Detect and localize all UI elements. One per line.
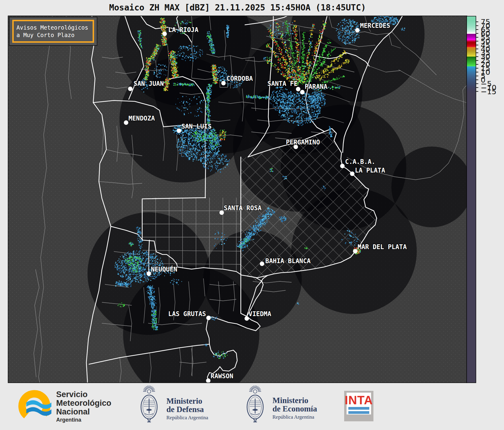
ministry-line: Ministerio xyxy=(272,396,317,405)
ministry-line: de Defensa xyxy=(166,405,208,414)
colorbar: 757065605550454035302520151050−5−10−15 xyxy=(467,16,497,383)
city-dot xyxy=(300,90,305,94)
city-dot xyxy=(353,249,358,254)
radar-coverage-circle xyxy=(123,266,259,402)
defensa-text: Ministerio de Defensa República Argentin… xyxy=(166,385,208,421)
city-dot xyxy=(124,121,128,125)
ministry-line: República Argentina xyxy=(166,415,208,421)
inta-word: INTA xyxy=(345,394,373,407)
city-label: MENDOZA xyxy=(128,115,155,122)
city-label: C.A.B.A. xyxy=(345,158,375,165)
city-label: SAN LUIS xyxy=(181,123,212,130)
inta-logo-block: INTA xyxy=(344,391,373,421)
ministry-line: Ministerio xyxy=(166,397,208,405)
city-label: SAN JUAN xyxy=(134,80,164,87)
city-dot xyxy=(177,129,181,133)
city-dot xyxy=(128,87,133,91)
warning-line-1: Avisos Meteorológicos xyxy=(16,24,93,31)
city-label: MERCEDES xyxy=(360,22,390,29)
city-dot xyxy=(147,272,151,276)
city-label: SANTA ROSA xyxy=(224,205,262,212)
city-label: PERGAMINO xyxy=(286,139,320,146)
smn-line: Nacional xyxy=(56,408,111,416)
city-label: PARANA xyxy=(305,83,327,90)
city-dot xyxy=(220,211,224,215)
inta-logo: INTA xyxy=(344,391,373,421)
colorbar-gradient xyxy=(467,16,476,383)
city-label: VIEDMA xyxy=(249,310,271,318)
warning-box[interactable]: Avisos Meteorológicos a Muy Corto Plazo xyxy=(9,17,97,46)
city-label: RAWSON xyxy=(211,373,233,380)
city-label: SANTA FE xyxy=(267,80,298,87)
smn-logo xyxy=(18,388,53,424)
city-label: MAR DEL PLATA xyxy=(358,243,407,251)
city-dot xyxy=(260,262,264,266)
city-dot xyxy=(221,81,226,86)
economia-text: Ministerio de Economía República Argenti… xyxy=(272,385,317,420)
warning-line-2: a Muy Corto Plazo xyxy=(16,31,93,39)
warning-box-border: Avisos Meteorológicos a Muy Corto Plazo xyxy=(12,20,94,43)
city-label: BAHIA BLANCA xyxy=(265,257,311,265)
map-area: LA RIOJAMERCEDESSAN JUANCÓRDOBASANTA FEP… xyxy=(8,0,504,402)
city-label: LAS GRUTAS xyxy=(168,310,206,318)
city-label: CÓRDOBA xyxy=(226,75,253,82)
city-label: LA PLATA xyxy=(355,167,385,174)
smn-line: Meteorológico xyxy=(56,399,111,408)
ministry-line: República Argentina xyxy=(272,414,317,420)
smn-line: Servicio xyxy=(56,390,111,399)
radar-mosaic-page: Mosaico ZH MAX [dBZ] 21.11.2025 15:45HOA… xyxy=(0,0,504,430)
radar-map: LA RIOJAMERCEDESSAN JUANCÓRDOBASANTA FEP… xyxy=(0,0,504,430)
city-dot xyxy=(206,316,211,320)
city-dot xyxy=(355,28,360,33)
city-dot xyxy=(340,164,345,168)
colorbar-tick-label: −15 xyxy=(481,87,497,96)
smn-line: Argentina xyxy=(56,417,111,423)
city-label: LA RIOJA xyxy=(168,26,199,33)
city-label: NEUQUÉN xyxy=(151,266,177,273)
city-dot xyxy=(296,87,301,92)
city-dot xyxy=(206,379,211,383)
ministry-line: de Economía xyxy=(272,405,317,413)
smn-logo-block: Servicio Meteorológico Nacional Argentin… xyxy=(18,388,111,424)
economia-crest-icon xyxy=(242,385,268,426)
economia-logo-block: Ministerio de Economía República Argenti… xyxy=(242,385,317,426)
defensa-crest-icon xyxy=(136,385,162,426)
footer-logos: Servicio Meteorológico Nacional Argentin… xyxy=(0,383,504,430)
defensa-logo-block: Ministerio de Defensa República Argentin… xyxy=(136,385,208,426)
smn-logo-text: Servicio Meteorológico Nacional Argentin… xyxy=(56,390,111,423)
radar-coverage-circle xyxy=(391,147,472,227)
city-dot xyxy=(163,32,167,36)
city-dot xyxy=(350,172,355,176)
